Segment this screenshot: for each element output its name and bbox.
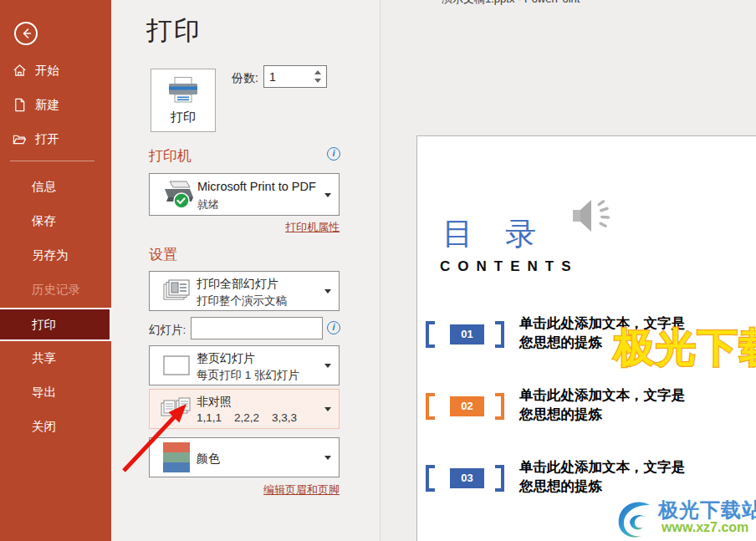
sidebar-item-share[interactable]: 共享 <box>0 345 111 371</box>
print-button-label: 打印 <box>151 110 215 125</box>
dropdown-caret-icon <box>324 193 331 197</box>
sidebar-item-info[interactable]: 信息 <box>0 173 111 200</box>
copies-label: 份数: <box>232 71 258 86</box>
dropdown-caret-icon <box>324 364 331 368</box>
copies-input[interactable] <box>269 67 308 86</box>
new-document-icon <box>13 98 27 112</box>
sidebar-item-label: 开始 <box>35 63 59 79</box>
printer-properties-link[interactable]: 打印机属性 <box>149 220 340 235</box>
sidebar-item-export[interactable]: 导出 <box>0 379 111 406</box>
printer-large-icon <box>166 77 201 105</box>
slide-title: 目 录 <box>442 213 548 255</box>
collate-dropdown[interactable]: 非对照 1,1,1 2,2,2 3,3,3 <box>149 389 340 429</box>
sidebar-item-save-as[interactable]: 另存为 <box>0 242 111 268</box>
bracket-right <box>495 393 504 420</box>
full-page-icon <box>162 355 191 376</box>
print-button[interactable]: 打印 <box>151 69 216 132</box>
dropdown-caret-icon <box>324 407 331 411</box>
printer-section-heading: 打印机 <box>149 146 192 166</box>
home-icon <box>13 64 27 78</box>
collate-line2: 1,1,1 2,2,2 3,3,3 <box>197 411 297 424</box>
slide-preview: 目 录 CONTENTS 01 单击此处添加文本，文字是 您思想的提炼 02 单… <box>416 135 756 541</box>
dropdown-caret-icon <box>324 456 331 460</box>
copies-stepper[interactable] <box>263 65 327 88</box>
sidebar-item-label: 信息 <box>32 179 56 195</box>
sidebar-item-open[interactable]: 打开 <box>0 125 111 152</box>
toc-item-2: 02 单击此处添加文本，文字是 您思想的提炼 <box>417 385 756 427</box>
bracket-right <box>495 465 504 492</box>
sidebar-item-label: 新建 <box>35 97 59 113</box>
toc-item-text: 单击此处添加文本，文字是 您思想的提炼 <box>519 314 685 352</box>
slides-label: 幻灯片: <box>149 323 186 338</box>
bracket-left <box>426 465 435 492</box>
bracket-left <box>426 321 435 348</box>
sidebar-item-label: 打开 <box>35 131 59 147</box>
printer-name: Microsoft Print to PDF <box>197 180 316 193</box>
printer-dropdown[interactable]: Microsoft Print to PDF 就绪 <box>149 173 340 216</box>
back-arrow-icon <box>19 27 33 40</box>
toc-item-3: 03 单击此处添加文本，文字是 您思想的提炼 <box>417 457 756 499</box>
sidebar-divider <box>10 161 94 161</box>
sidebar-item-print[interactable]: 打印 <box>0 308 111 341</box>
page-title: 打印 <box>146 13 202 48</box>
sidebar-item-label: 关闭 <box>32 419 56 435</box>
print-layout-line2: 每页打印 1 张幻灯片 <box>197 368 299 383</box>
color-option-label: 颜色 <box>197 438 220 478</box>
color-swatch-icon <box>162 441 191 473</box>
stepper-down-icon[interactable] <box>314 79 321 83</box>
toc-number-badge: 01 <box>450 324 484 345</box>
slide-subtitle: CONTENTS <box>440 258 579 275</box>
bracket-left <box>426 393 435 420</box>
slides-stack-icon <box>161 278 192 304</box>
sidebar-item-label: 打印 <box>32 317 56 333</box>
sidebar-item-history[interactable]: 历史记录 <box>0 276 111 303</box>
toc-item-1: 01 单击此处添加文本，文字是 您思想的提炼 <box>417 314 756 355</box>
speaker-icon <box>570 195 613 237</box>
print-layout-dropdown[interactable]: 整页幻灯片 每页打印 1 张幻灯片 <box>149 345 340 385</box>
toc-item-text: 单击此处添加文本，文字是 您思想的提炼 <box>519 385 685 424</box>
edit-header-footer-link[interactable]: 编辑页眉和页脚 <box>149 482 340 498</box>
sidebar-item-label: 另存为 <box>32 248 69 263</box>
printer-status: 就绪 <box>197 197 219 212</box>
printer-device-icon <box>158 179 195 211</box>
color-dropdown[interactable]: 颜色 <box>149 437 340 477</box>
toc-number-badge: 02 <box>450 396 484 416</box>
toc-number-badge: 03 <box>450 468 484 488</box>
collate-icon <box>160 396 193 421</box>
open-folder-icon <box>13 132 27 146</box>
print-range-line2: 打印整个演示文稿 <box>197 293 287 309</box>
stepper-up-icon[interactable] <box>314 70 321 74</box>
sidebar-item-save[interactable]: 保存 <box>0 207 111 234</box>
back-button[interactable] <box>14 22 38 45</box>
sidebar-item-label: 历史记录 <box>32 282 80 298</box>
sidebar-item-new[interactable]: 新建 <box>0 91 111 118</box>
sidebar-item-home[interactable]: 开始 <box>0 57 111 84</box>
window-title: 演示文稿1.pptx - PowerPoint <box>442 0 580 7</box>
dropdown-caret-icon <box>324 289 331 293</box>
slides-range-input[interactable] <box>191 317 323 339</box>
sidebar-item-label: 保存 <box>32 213 56 229</box>
sidebar-item-label: 共享 <box>32 350 56 366</box>
sidebar-item-label: 导出 <box>32 385 56 401</box>
print-layout-line1: 整页幻灯片 <box>197 351 255 366</box>
sidebar-item-close[interactable]: 关闭 <box>0 413 111 440</box>
backstage-sidebar: 开始 新建 打开 信息 保存 另存为 历史记录 打印 共享 导出 关闭 <box>0 0 111 541</box>
settings-section-heading: 设置 <box>149 245 177 264</box>
bracket-right <box>495 321 504 348</box>
toc-item-text: 单击此处添加文本，文字是 您思想的提炼 <box>519 457 685 496</box>
collate-line1: 非对照 <box>197 395 232 410</box>
print-range-dropdown[interactable]: 打印全部幻灯片 打印整个演示文稿 <box>149 271 340 311</box>
print-range-line1: 打印全部幻灯片 <box>197 277 278 292</box>
slides-info-icon[interactable]: i <box>327 321 340 334</box>
printer-info-icon[interactable]: i <box>327 147 340 161</box>
